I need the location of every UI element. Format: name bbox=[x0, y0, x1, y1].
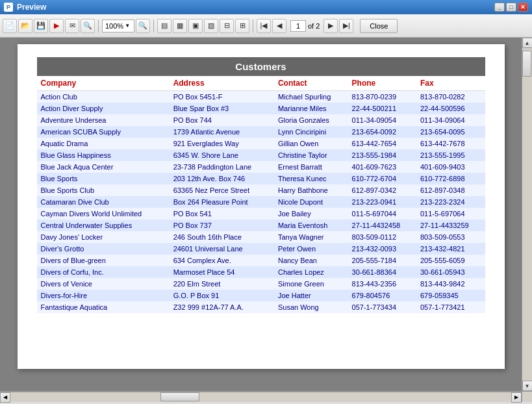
scrollbar-corner bbox=[522, 392, 532, 402]
table-row: Diver's Grotto24601 Universal LanePeter … bbox=[37, 243, 485, 255]
cell-phone: 213-555-1984 bbox=[348, 149, 416, 161]
open-button[interactable]: 📂 bbox=[18, 19, 32, 33]
cell-address: 203 12th Ave. Box 746 bbox=[170, 173, 274, 184]
cell-fax: 610-772-6898 bbox=[416, 173, 485, 184]
scroll-thumb-v[interactable] bbox=[522, 51, 531, 77]
cell-address: 246 South 16th Place bbox=[170, 231, 274, 243]
cell-address: 24601 Universal Lane bbox=[170, 243, 274, 255]
cell-company: Action Club bbox=[37, 91, 170, 103]
view-btn-2[interactable]: ▦ bbox=[173, 19, 187, 33]
first-page-button[interactable]: |◀ bbox=[257, 19, 271, 33]
table-row: Aquatic Drama921 Everglades WayGillian O… bbox=[37, 138, 485, 149]
cell-fax: 813-443-9842 bbox=[416, 278, 485, 290]
new-button[interactable]: 📄 bbox=[3, 19, 17, 33]
cell-contact: Gloria Gonzales bbox=[274, 114, 348, 126]
col-fax: Fax bbox=[416, 76, 485, 91]
zoom-out-button[interactable]: 🔍 bbox=[136, 19, 150, 33]
title-bar: P Preview _ □ ✕ bbox=[0, 0, 532, 14]
pdf-button[interactable]: ▶ bbox=[49, 19, 64, 33]
cell-address: 23-738 Paddington Lane bbox=[170, 161, 274, 173]
cell-contact: Tanya Wagner bbox=[274, 231, 348, 243]
scroll-right-arrow[interactable]: ▶ bbox=[511, 392, 522, 403]
cell-company: Blue Sports Club bbox=[37, 184, 170, 196]
save-button[interactable]: 💾 bbox=[34, 19, 48, 33]
horizontal-scrollbar-area: ◀ ▶ bbox=[0, 391, 532, 401]
scroll-down-arrow[interactable]: ▼ bbox=[522, 381, 533, 391]
page-number-input[interactable]: 1 bbox=[290, 20, 306, 32]
cell-fax: 213-654-0095 bbox=[416, 126, 485, 138]
cell-company: Blue Jack Aqua Center bbox=[37, 161, 170, 173]
cell-fax: 213-555-1995 bbox=[416, 149, 485, 161]
table-row: Blue Jack Aqua Center23-738 Paddington L… bbox=[37, 161, 485, 173]
cell-contact: Simone Green bbox=[274, 278, 348, 290]
cell-fax: 813-870-0282 bbox=[416, 91, 485, 103]
cell-contact: Joe Hatter bbox=[274, 290, 348, 301]
cell-contact: Ernest Barratt bbox=[274, 161, 348, 173]
cell-address: PO Box 737 bbox=[170, 220, 274, 231]
cell-phone: 813-870-0239 bbox=[348, 91, 416, 103]
cell-phone: 612-897-0342 bbox=[348, 184, 416, 196]
cell-contact: Marianne Miles bbox=[274, 103, 348, 114]
window-close-button[interactable]: ✕ bbox=[518, 3, 528, 12]
main-area: Customers Company Address Contact Phone … bbox=[0, 38, 532, 391]
cell-phone: 22-44-500211 bbox=[348, 103, 416, 114]
cell-company: Action Diver Supply bbox=[37, 103, 170, 114]
table-row: Action Diver SupplyBlue Spar Box #3Maria… bbox=[37, 103, 485, 114]
cell-phone: 613-442-7654 bbox=[348, 138, 416, 149]
page-navigation: 1 of 2 bbox=[290, 20, 320, 32]
view-btn-1[interactable]: ▤ bbox=[157, 19, 171, 33]
cell-company: Diver's Grotto bbox=[37, 243, 170, 255]
cell-phone: 011-5-697044 bbox=[348, 208, 416, 220]
cell-company: Central Underwater Supplies bbox=[37, 220, 170, 231]
cell-address: PO Box 5451-F bbox=[170, 91, 274, 103]
content-area[interactable]: Customers Company Address Contact Phone … bbox=[0, 38, 522, 391]
cell-company: Fantastique Aquatica bbox=[37, 301, 170, 313]
cell-company: Aquatic Drama bbox=[37, 138, 170, 149]
cell-contact: Theresa Kunec bbox=[274, 173, 348, 184]
minimize-button[interactable]: _ bbox=[494, 3, 505, 12]
zoom-display[interactable]: 100% ▼ bbox=[102, 19, 134, 32]
cell-address: 921 Everglades Way bbox=[170, 138, 274, 149]
scroll-track-v[interactable] bbox=[522, 48, 532, 381]
table-row: Divers-for-HireG.O. P Box 91Joe Hatter67… bbox=[37, 290, 485, 301]
close-report-button[interactable]: Close bbox=[360, 19, 398, 33]
scroll-left-arrow[interactable]: ◀ bbox=[0, 392, 10, 403]
horizontal-scrollbar[interactable]: ◀ ▶ bbox=[0, 392, 522, 402]
cell-fax: 011-34-09064 bbox=[416, 114, 485, 126]
prev-page-button[interactable]: ◀ bbox=[272, 19, 286, 33]
view-btn-3[interactable]: ▣ bbox=[188, 19, 203, 33]
scroll-up-arrow[interactable]: ▲ bbox=[522, 38, 533, 48]
maximize-button[interactable]: □ bbox=[506, 3, 516, 12]
col-contact: Contact bbox=[274, 76, 348, 91]
cell-contact: Nicole Dupont bbox=[274, 196, 348, 208]
view-btn-4[interactable]: ▧ bbox=[204, 19, 218, 33]
cell-contact: Susan Wong bbox=[274, 301, 348, 313]
cell-address: 1739 Atlantic Avenue bbox=[170, 126, 274, 138]
table-row: Adventure UnderseaPO Box 744Gloria Gonza… bbox=[37, 114, 485, 126]
app-icon: P bbox=[4, 3, 13, 12]
cell-address: 220 Elm Street bbox=[170, 278, 274, 290]
table-row: Catamaran Dive ClubBox 264 Pleasure Poin… bbox=[37, 196, 485, 208]
zoom-dropdown-icon[interactable]: ▼ bbox=[125, 23, 130, 29]
cell-fax: 205-555-6059 bbox=[416, 255, 485, 266]
cell-fax: 213-223-2324 bbox=[416, 196, 485, 208]
vertical-scrollbar[interactable]: ▲ ▼ bbox=[522, 38, 532, 391]
cell-phone: 057-1-773434 bbox=[348, 301, 416, 313]
cell-fax: 401-609-9403 bbox=[416, 161, 485, 173]
title-bar-controls[interactable]: _ □ ✕ bbox=[494, 3, 528, 12]
find-button[interactable]: 🔍 bbox=[81, 19, 95, 33]
scroll-track-h[interactable] bbox=[10, 392, 511, 402]
view-btn-5[interactable]: ⊟ bbox=[220, 19, 234, 33]
last-page-button[interactable]: ▶| bbox=[339, 19, 353, 33]
cell-company: Adventure Undersea bbox=[37, 114, 170, 126]
cell-address: PO Box 744 bbox=[170, 114, 274, 126]
view-btn-6[interactable]: ⊞ bbox=[235, 19, 249, 33]
cell-address: 634 Complex Ave. bbox=[170, 255, 274, 266]
separator-3 bbox=[253, 19, 253, 32]
next-page-button[interactable]: ▶ bbox=[323, 19, 338, 33]
cell-contact: Joe Bailey bbox=[274, 208, 348, 220]
scroll-thumb-h[interactable] bbox=[160, 392, 199, 401]
table-row: Fantastique AquaticaZ32 999 #12A-77 A.A.… bbox=[37, 301, 485, 313]
cell-address: Z32 999 #12A-77 A.A. bbox=[170, 301, 274, 313]
mail-button[interactable]: ✉ bbox=[65, 19, 79, 33]
